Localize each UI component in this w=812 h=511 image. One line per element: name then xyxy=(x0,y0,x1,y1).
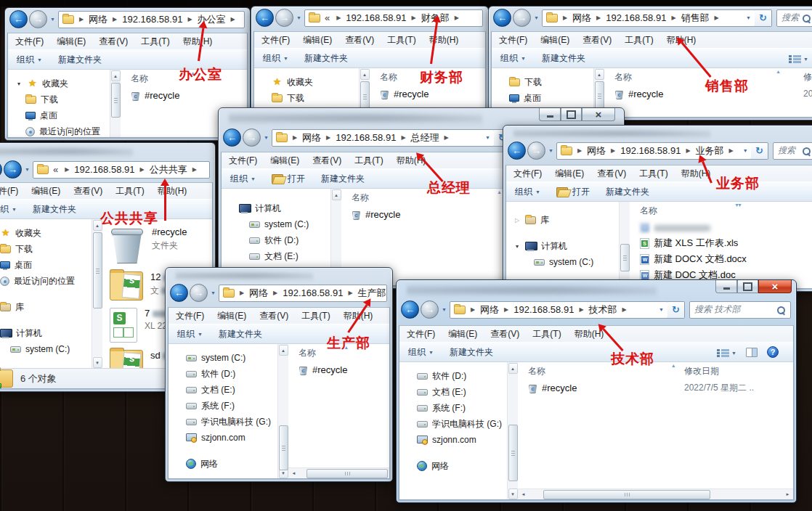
file-row[interactable]: #recycle2022/7/5 星期二 .. xyxy=(518,380,793,396)
breadcrumb-item[interactable]: 网络 xyxy=(572,12,591,25)
sidebar-item[interactable]: ▾收藏夹 xyxy=(8,75,110,91)
address-bar[interactable]: «▶192.168.58.91▶财务部▶ xyxy=(304,9,483,27)
sidebar-item[interactable]: 桌面 xyxy=(0,257,92,273)
sidebar-item[interactable]: 最近访问的位置 xyxy=(0,273,92,289)
scroll-down-icon[interactable]: ▼ xyxy=(508,488,518,499)
menu-item[interactable]: 工具(T) xyxy=(639,168,667,180)
menu-item[interactable]: 编辑(E) xyxy=(448,328,477,340)
toolbar-button[interactable]: 新建文件夹 xyxy=(58,54,102,66)
file-tile[interactable]: #recycle文件夹 xyxy=(110,226,205,264)
scroll-up-icon[interactable]: ▲ xyxy=(595,69,604,80)
menu-item[interactable]: 文件(F) xyxy=(407,328,435,340)
scrollbar-thumb[interactable] xyxy=(111,83,121,118)
close-button[interactable] xyxy=(758,280,792,293)
scroll-right-icon[interactable]: ► xyxy=(782,492,793,496)
breadcrumb-item[interactable]: 网络 xyxy=(249,287,268,300)
sidebar-item[interactable]: 软件 (D:) xyxy=(399,368,507,384)
file-row[interactable]: #recycle xyxy=(370,86,485,102)
menu-item[interactable]: 文件(F) xyxy=(499,34,527,46)
sidebar-item[interactable]: 软件 (D:) xyxy=(222,232,330,248)
forward-button[interactable]: → xyxy=(275,9,293,27)
history-dropdown-icon[interactable]: ▼ xyxy=(296,15,301,20)
sidebar-item[interactable]: 系统 (F:) xyxy=(399,400,507,416)
address-bar[interactable]: ▶网络▶192.168.58.91▶生产部▶ xyxy=(219,285,387,302)
breadcrumb-item[interactable]: 192.168.58.91 xyxy=(336,132,396,143)
menu-item[interactable]: 编辑(E) xyxy=(303,34,332,46)
sidebar-item[interactable]: 计算机 xyxy=(0,325,92,341)
toolbar-button[interactable]: 新建文件夹 xyxy=(304,52,348,65)
refresh-button[interactable] xyxy=(751,142,768,160)
sidebar-item[interactable]: ▷库 xyxy=(506,212,619,228)
toolbar-button[interactable]: 新建文件夹 xyxy=(542,52,585,65)
minimize-button[interactable] xyxy=(539,108,561,121)
breadcrumb-item[interactable]: 192.168.58.91 xyxy=(283,287,343,298)
menu-item[interactable]: 查看(V) xyxy=(345,34,374,46)
menu-item[interactable]: 编辑(E) xyxy=(217,310,246,322)
address-dropdown-icon[interactable]: ▼ xyxy=(739,148,748,153)
breadcrumb-item[interactable]: 192.168.58.91 xyxy=(620,145,681,156)
sidebar-item[interactable]: 网络 xyxy=(399,458,507,474)
breadcrumb-item[interactable]: 网络 xyxy=(89,13,107,26)
column-header[interactable]: 名称 xyxy=(528,365,684,377)
help-button[interactable] xyxy=(767,346,779,358)
sidebar-item[interactable]: system (C:) xyxy=(222,216,330,232)
sidebar-item[interactable]: 收藏夹 xyxy=(0,225,92,241)
breadcrumb-item[interactable]: 192.168.58.91 xyxy=(346,12,406,23)
sidebar-item[interactable]: 软件 (D:) xyxy=(169,366,277,382)
menu-item[interactable]: 帮助(H) xyxy=(183,36,213,48)
toolbar-button[interactable]: 组织▼ xyxy=(263,52,288,65)
sidebar-item[interactable]: 网络 xyxy=(169,456,277,472)
breadcrumb-overflow[interactable]: « xyxy=(325,12,330,23)
explorer-window-shengchanbu[interactable]: ←→▼▶网络▶192.168.58.91▶生产部▶文件(F)编辑(E)查看(V)… xyxy=(165,267,393,482)
toolbar-button[interactable]: 组织▼ xyxy=(177,328,203,340)
scroll-up-icon[interactable]: ▲ xyxy=(508,363,518,374)
menu-item[interactable]: 编辑(E) xyxy=(555,168,584,180)
explorer-window-yewubu[interactable]: ←→▼▶网络▶192.168.58.91▶业务部▶▼搜索文件(F)编辑(E)查看… xyxy=(503,125,812,292)
explorer-window-caiwubu[interactable]: ←→▼«▶192.168.58.91▶财务部▶文件(F)编辑(E)查看(V)工具… xyxy=(251,6,489,122)
sidebar-item[interactable]: 库 xyxy=(0,299,92,315)
toolbar-button[interactable]: 新建文件夹 xyxy=(33,203,76,216)
toolbar-button[interactable]: 组织▼ xyxy=(408,346,434,359)
scroll-up-icon[interactable]: ▲ xyxy=(332,189,341,200)
toolbar-button[interactable]: 组织▼ xyxy=(230,173,256,185)
back-button[interactable]: ← xyxy=(223,128,241,147)
expander-icon[interactable]: ▷ xyxy=(513,217,521,224)
breadcrumb-item[interactable]: 公共共享 xyxy=(150,163,187,176)
file-row[interactable] xyxy=(630,219,812,235)
toolbar-button[interactable]: 打开 xyxy=(556,186,590,198)
refresh-button[interactable] xyxy=(667,301,685,319)
toolbar-button[interactable]: 新建文件夹 xyxy=(219,328,262,340)
scrollbar-thumb[interactable] xyxy=(93,232,102,308)
forward-button[interactable]: → xyxy=(513,9,531,27)
scroll-down-icon[interactable]: ▼ xyxy=(93,357,102,368)
toolbar-button[interactable]: 新建文件夹 xyxy=(606,186,649,198)
minimize-button[interactable] xyxy=(715,280,737,293)
refresh-button[interactable] xyxy=(755,9,772,27)
explorer-window-jishubu[interactable]: ←→▼▶网络▶192.168.58.91▶技术部▶▼搜索 技术部文件(F)编辑(… xyxy=(396,279,797,503)
file-row[interactable]: 新建 XLS 工作表.xls xyxy=(630,235,812,251)
scroll-left-icon[interactable]: ◄ xyxy=(288,471,299,475)
menu-item[interactable]: 文件(F) xyxy=(0,185,18,197)
sidebar-item[interactable]: system (C:) xyxy=(169,350,277,366)
file-row[interactable]: #recycle xyxy=(288,361,389,377)
menu-item[interactable]: 工具(T) xyxy=(354,155,383,167)
search-input[interactable]: 搜索 技术部 xyxy=(689,301,791,319)
scrollbar-thumb[interactable] xyxy=(279,425,288,470)
scrollbar-thumb[interactable] xyxy=(508,425,518,481)
breadcrumb-item[interactable]: 技术部 xyxy=(589,303,617,316)
expander-icon[interactable]: ▾ xyxy=(15,81,23,87)
breadcrumb-item[interactable]: 192.168.58.91 xyxy=(74,164,134,175)
search-input[interactable]: 搜索 xyxy=(776,9,812,27)
menu-item[interactable]: 查看(V) xyxy=(99,36,128,48)
sidebar-item[interactable]: 文档 (E:) xyxy=(222,248,330,264)
views-button[interactable]: ▼ xyxy=(717,347,736,357)
toolbar-button[interactable]: 新建文件夹 xyxy=(321,173,365,185)
toolbar-button[interactable]: 组织▼ xyxy=(500,52,526,65)
column-header[interactable]: 修改日期 xyxy=(684,365,793,377)
back-button[interactable]: ← xyxy=(256,9,274,27)
breadcrumb-item[interactable]: 总经理 xyxy=(411,131,439,144)
sidebar-item[interactable]: 文档 (E:) xyxy=(169,382,277,398)
sidebar-item[interactable]: ▾计算机 xyxy=(506,238,619,254)
back-button[interactable]: ← xyxy=(493,9,511,27)
menu-item[interactable]: 工具(T) xyxy=(532,328,561,340)
